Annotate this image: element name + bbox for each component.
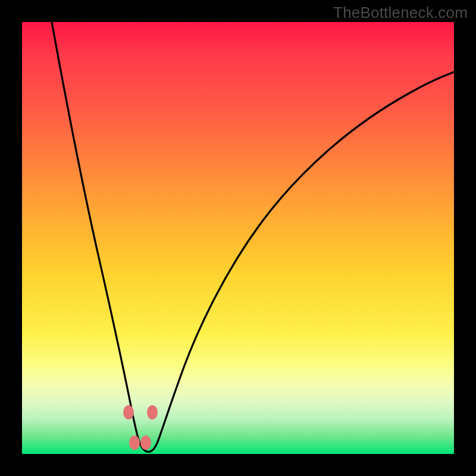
plot-area (22, 22, 454, 454)
chart-frame: TheBottleneck.com (0, 0, 476, 476)
marker-dot (140, 436, 151, 450)
marker-dot (123, 405, 134, 419)
marker-dot (129, 436, 140, 450)
marker-dot (147, 405, 158, 419)
curve-path (52, 22, 454, 452)
bottleneck-curve (22, 22, 454, 454)
watermark-text: TheBottleneck.com (333, 4, 468, 22)
